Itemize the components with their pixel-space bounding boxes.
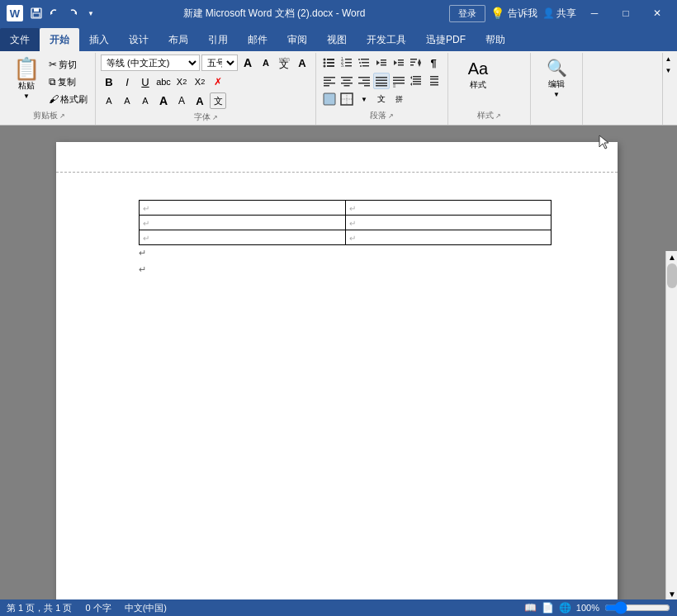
- tab-design[interactable]: 设计: [119, 28, 159, 51]
- paste-button[interactable]: 📋 粘贴 ▼: [8, 54, 45, 103]
- show-formatting-button[interactable]: ¶: [425, 54, 442, 71]
- view-print-button[interactable]: 📄: [542, 602, 554, 614]
- paragraph-expand[interactable]: ↗: [388, 112, 394, 120]
- svg-point-7: [324, 62, 326, 64]
- document-area[interactable]: ↵ ↵ ↵ ↵ ↵ ↵ ↵ ↵: [0, 126, 677, 599]
- scrollbar-thumb[interactable]: [667, 263, 677, 288]
- svg-rect-20: [362, 62, 369, 64]
- title-bar-center: 新建 Microsoft Word 文档 (2).docx - Word: [99, 7, 449, 21]
- svg-rect-62: [430, 76, 438, 78]
- font-size-select[interactable]: 五号 初号 小初 一号 小一 二号 小二 三号 小三 四号 小四 五号: [201, 54, 238, 71]
- svg-rect-24: [381, 59, 386, 61]
- clear-format-button[interactable]: ✗: [210, 73, 226, 90]
- char-shading-button[interactable]: 文: [210, 92, 226, 109]
- view-read-button[interactable]: 📖: [524, 602, 537, 614]
- text-highlight-button[interactable]: A: [101, 92, 117, 109]
- tab-mailings[interactable]: 邮件: [238, 28, 277, 51]
- font-color-button[interactable]: A: [137, 92, 154, 109]
- font-size-up-button[interactable]: A: [155, 92, 172, 109]
- svg-marker-23: [376, 60, 380, 65]
- format-painter-button[interactable]: 🖌 格式刷: [46, 91, 90, 107]
- font-shrink-button[interactable]: A: [258, 54, 274, 71]
- cut-button[interactable]: ✂ 剪切: [46, 56, 90, 73]
- tab-developer[interactable]: 开发工具: [357, 28, 416, 51]
- shading-button[interactable]: [321, 91, 338, 107]
- ribbon-scroll-up[interactable]: ▲: [663, 53, 675, 64]
- border-arrow[interactable]: ▼: [356, 91, 372, 107]
- view-web-button[interactable]: 🌐: [559, 602, 571, 614]
- minimize-button[interactable]: ─: [581, 0, 608, 26]
- bold-button[interactable]: B: [101, 73, 117, 90]
- tab-file[interactable]: 文件: [0, 28, 40, 51]
- tab-references[interactable]: 引用: [198, 28, 238, 51]
- font-case-button[interactable]: A: [294, 54, 310, 71]
- align-right-button[interactable]: [356, 73, 372, 89]
- justify-button[interactable]: [373, 73, 390, 89]
- decrease-indent-button[interactable]: [373, 54, 390, 71]
- document-table[interactable]: ↵ ↵ ↵ ↵ ↵ ↵: [139, 200, 552, 245]
- pinyin-button[interactable]: wén 文: [276, 54, 292, 71]
- sort-button[interactable]: [408, 54, 424, 71]
- editing-group: 🔍 编辑 ▼: [531, 53, 583, 125]
- distributed-button[interactable]: ≡: [391, 73, 407, 89]
- line-spacing-button[interactable]: [408, 73, 424, 89]
- change-case-button[interactable]: A: [192, 92, 208, 109]
- tab-view[interactable]: 视图: [317, 28, 357, 51]
- ribbon: 📋 粘贴 ▼ ✂ 剪切 ⧉ 复制 🖌 格式刷: [0, 51, 677, 126]
- svg-rect-63: [430, 78, 438, 80]
- strikethrough-button[interactable]: abc: [155, 73, 172, 90]
- editing-button[interactable]: 🔍 编辑 ▼: [536, 54, 577, 102]
- tab-home[interactable]: 开始: [40, 28, 79, 51]
- ribbon-scroll-down[interactable]: ▼: [663, 64, 675, 76]
- multilevel-list-button[interactable]: [356, 54, 372, 71]
- quick-access-toolbar: ▼: [28, 5, 99, 21]
- tab-help[interactable]: 帮助: [476, 28, 515, 51]
- tab-pdf[interactable]: 迅捷PDF: [416, 28, 476, 51]
- close-button[interactable]: ✕: [644, 0, 670, 26]
- italic-button[interactable]: I: [119, 73, 135, 90]
- svg-rect-10: [327, 65, 334, 67]
- underline-button[interactable]: U: [137, 73, 154, 90]
- chinese-align-button[interactable]: 文: [373, 91, 390, 107]
- bullets-button[interactable]: [321, 54, 338, 71]
- borders-button[interactable]: [338, 91, 355, 107]
- clipboard-expand[interactable]: ↗: [59, 112, 65, 120]
- font-name-row: 等线 (中文正文) 五号 初号 小初 一号 小一 二号 小二 三号 小三 四号 …: [101, 54, 310, 71]
- zoom-slider[interactable]: [604, 603, 670, 613]
- increase-indent-button[interactable]: [391, 54, 407, 71]
- scroll-down-button[interactable]: ▼: [666, 588, 677, 599]
- tab-layout[interactable]: 布局: [159, 28, 198, 51]
- copy-button[interactable]: ⧉ 复制: [46, 73, 90, 90]
- para-spacing-button[interactable]: [425, 73, 442, 89]
- login-button[interactable]: 登录: [449, 5, 485, 22]
- svg-rect-51: [376, 85, 387, 87]
- share-button[interactable]: 👤 共享: [542, 7, 576, 21]
- customize-btn[interactable]: ▼: [83, 5, 99, 21]
- tab-review[interactable]: 审阅: [277, 28, 317, 51]
- superscript-button[interactable]: X2: [192, 73, 208, 90]
- text-shading-button[interactable]: A: [119, 92, 135, 109]
- scroll-up-button[interactable]: ▲: [666, 251, 677, 263]
- svg-rect-2: [33, 13, 40, 17]
- redo-btn[interactable]: [64, 5, 81, 21]
- save-btn[interactable]: [28, 5, 45, 21]
- subscript-button[interactable]: X2: [173, 73, 190, 90]
- styles-button[interactable]: Aa 样式: [453, 54, 503, 96]
- styles-label: 样式: [470, 79, 486, 91]
- pinyin-guide-button[interactable]: 拼: [391, 91, 407, 107]
- undo-btn[interactable]: [46, 5, 63, 21]
- svg-rect-12: [345, 59, 352, 60]
- font-size-down-button[interactable]: A: [173, 92, 190, 109]
- vertical-scrollbar[interactable]: ▲ ▼: [665, 251, 677, 599]
- font-expand[interactable]: ↗: [212, 114, 218, 121]
- tab-insert[interactable]: 插入: [79, 28, 119, 51]
- maximize-button[interactable]: □: [613, 0, 639, 26]
- align-left-button[interactable]: [321, 73, 338, 89]
- styles-expand[interactable]: ↗: [495, 112, 501, 120]
- numbering-button[interactable]: 1.2.3.: [338, 54, 355, 71]
- align-center-button[interactable]: [338, 73, 355, 89]
- font-name-select[interactable]: 等线 (中文正文): [101, 54, 200, 71]
- svg-marker-27: [394, 60, 397, 65]
- svg-rect-36: [324, 77, 335, 78]
- font-grow-button[interactable]: A: [239, 54, 256, 71]
